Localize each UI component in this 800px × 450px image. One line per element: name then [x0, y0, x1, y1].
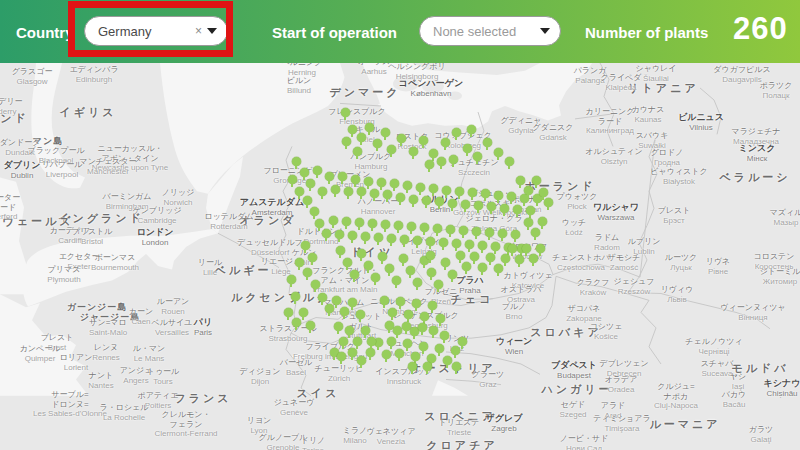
plant-marker[interactable] — [357, 187, 366, 196]
plant-marker[interactable] — [413, 236, 422, 245]
plant-marker[interactable] — [318, 293, 327, 302]
plant-marker[interactable] — [455, 187, 464, 196]
plant-marker[interactable] — [407, 222, 416, 231]
plant-marker[interactable] — [396, 297, 405, 306]
plant-marker[interactable] — [291, 292, 300, 301]
plant-marker[interactable] — [355, 218, 364, 227]
plant-marker[interactable] — [366, 348, 375, 357]
plant-marker[interactable] — [344, 187, 353, 196]
plant-marker[interactable] — [311, 280, 320, 289]
plant-marker[interactable] — [381, 220, 390, 229]
plant-marker[interactable] — [474, 201, 483, 210]
clear-selection-icon[interactable]: × — [195, 24, 202, 38]
plant-marker[interactable] — [494, 148, 503, 157]
plant-marker[interactable] — [345, 326, 354, 335]
plant-marker[interactable] — [342, 137, 351, 146]
start-of-operation-dropdown[interactable]: None selected — [419, 16, 561, 46]
plant-marker[interactable] — [353, 337, 362, 346]
plant-marker[interactable] — [440, 331, 449, 340]
plant-marker[interactable] — [529, 254, 538, 263]
plant-marker[interactable] — [522, 244, 531, 253]
plant-marker[interactable] — [429, 149, 438, 158]
plant-marker[interactable] — [418, 323, 427, 332]
plant-marker[interactable] — [515, 255, 524, 264]
plant-marker[interactable] — [392, 276, 401, 285]
plant-marker[interactable] — [428, 301, 437, 310]
plant-marker[interactable] — [284, 308, 293, 317]
plant-marker[interactable] — [394, 221, 403, 230]
plant-marker[interactable] — [448, 270, 457, 279]
plant-marker[interactable] — [500, 204, 509, 213]
plant-marker[interactable] — [470, 252, 479, 261]
plant-marker[interactable] — [364, 177, 373, 186]
plant-marker[interactable] — [365, 123, 374, 132]
plant-marker[interactable] — [413, 278, 422, 287]
plant-marker[interactable] — [357, 249, 366, 258]
plant-marker[interactable] — [429, 184, 438, 193]
plant-marker[interactable] — [404, 310, 413, 319]
plant-marker[interactable] — [434, 280, 443, 289]
plant-marker[interactable] — [408, 362, 417, 371]
plant-marker[interactable] — [456, 251, 465, 260]
map-canvas[interactable]: イギリスアイルランドマン島イングランドウェールズデンマークオランダベルギールクセ… — [0, 63, 800, 450]
plant-marker[interactable] — [441, 138, 450, 147]
plant-marker[interactable] — [498, 229, 507, 238]
plant-marker[interactable] — [486, 253, 495, 262]
plant-marker[interactable] — [361, 232, 370, 241]
chevron-down-icon[interactable] — [540, 28, 550, 34]
plant-marker[interactable] — [462, 262, 471, 271]
plant-marker[interactable] — [483, 138, 492, 147]
plant-marker[interactable] — [299, 308, 308, 317]
plant-marker[interactable] — [429, 326, 438, 335]
plant-marker[interactable] — [511, 230, 520, 239]
plant-marker[interactable] — [539, 188, 548, 197]
plant-marker[interactable] — [448, 199, 457, 208]
plant-marker[interactable] — [381, 128, 390, 137]
plant-marker[interactable] — [393, 326, 402, 335]
plant-marker[interactable] — [419, 342, 428, 351]
plant-marker[interactable] — [361, 326, 370, 335]
plant-marker[interactable] — [446, 225, 455, 234]
plant-marker[interactable] — [467, 125, 476, 134]
plant-marker[interactable] — [342, 217, 351, 226]
plant-marker[interactable] — [338, 172, 347, 181]
plant-marker[interactable] — [303, 196, 312, 205]
plant-marker[interactable] — [341, 108, 350, 117]
plant-marker[interactable] — [315, 219, 324, 228]
plant-marker[interactable] — [357, 133, 366, 142]
plant-marker[interactable] — [437, 157, 446, 166]
plant-marker[interactable] — [308, 253, 317, 262]
plant-marker[interactable] — [306, 321, 315, 330]
plant-marker[interactable] — [385, 264, 394, 273]
plant-marker[interactable] — [300, 168, 309, 177]
plant-marker[interactable] — [459, 226, 468, 235]
plant-marker[interactable] — [452, 362, 461, 371]
plant-marker[interactable] — [422, 196, 431, 205]
plant-marker[interactable] — [387, 145, 396, 154]
plant-marker[interactable] — [468, 188, 477, 197]
plant-marker[interactable] — [348, 231, 357, 240]
plant-marker[interactable] — [531, 228, 540, 237]
plant-marker[interactable] — [348, 298, 357, 307]
plant-marker[interactable] — [357, 356, 366, 365]
plant-marker[interactable] — [465, 240, 474, 249]
plant-marker[interactable] — [442, 186, 451, 195]
plant-marker[interactable] — [406, 266, 415, 275]
plant-marker[interactable] — [536, 244, 545, 253]
plant-marker[interactable] — [420, 312, 429, 321]
plant-marker[interactable] — [335, 230, 344, 239]
plant-marker[interactable] — [461, 200, 470, 209]
plant-marker[interactable] — [348, 348, 357, 357]
plant-marker[interactable] — [478, 263, 487, 272]
plant-marker[interactable] — [425, 160, 434, 169]
plant-marker[interactable] — [439, 238, 448, 247]
plant-marker[interactable] — [380, 296, 389, 305]
plant-marker[interactable] — [396, 193, 405, 202]
plant-marker[interactable] — [412, 299, 421, 308]
plant-marker[interactable] — [383, 190, 392, 199]
plant-marker[interactable] — [313, 166, 322, 175]
plant-marker[interactable] — [501, 254, 510, 263]
plant-marker[interactable] — [485, 228, 494, 237]
plant-marker[interactable] — [382, 350, 391, 359]
plant-marker[interactable] — [292, 157, 301, 166]
